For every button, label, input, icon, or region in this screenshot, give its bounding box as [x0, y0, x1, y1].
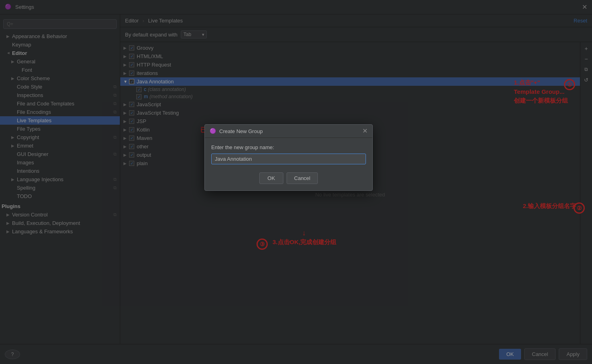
group-name-input[interactable] [211, 154, 366, 164]
modal-title: Create New Group [219, 128, 263, 134]
create-new-group-modal: 🟣 Create New Group ✕ Enter the new group… [204, 124, 373, 191]
modal-icon: 🟣 [210, 128, 216, 134]
modal-header: 🟣 Create New Group ✕ [205, 125, 372, 138]
modal-ok-button[interactable]: OK [259, 172, 283, 184]
modal-cancel-button[interactable]: Cancel [287, 172, 318, 184]
modal-body: Enter the new group name: [205, 138, 372, 169]
modal-footer: OK Cancel [205, 169, 372, 190]
modal-label: Enter the new group name: [211, 144, 366, 150]
modal-overlay: 🟣 Create New Group ✕ Enter the new group… [0, 0, 592, 364]
modal-close-button[interactable]: ✕ [362, 128, 368, 134]
